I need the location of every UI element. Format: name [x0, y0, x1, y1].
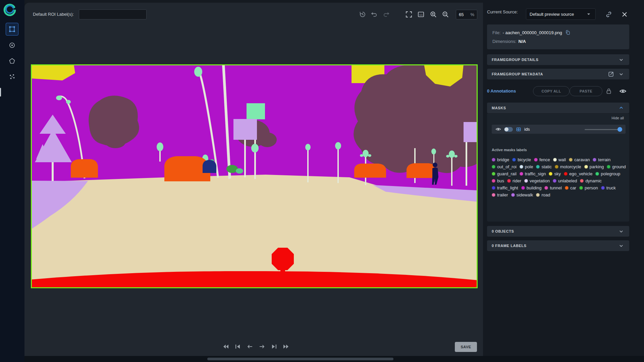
- toggle-knob: [504, 127, 508, 131]
- mask-label-chip[interactable]: vegetation: [524, 178, 550, 184]
- mask-label-chip[interactable]: ego_vehicle: [564, 171, 592, 177]
- link-button[interactable]: [605, 10, 613, 18]
- close-button[interactable]: [621, 10, 629, 18]
- mask-label-text: terrain: [598, 157, 610, 162]
- scatter-tool-button[interactable]: [6, 70, 18, 83]
- lock-annotations-button[interactable]: [605, 87, 613, 95]
- mask-layer-toggle[interactable]: [504, 127, 513, 132]
- mask-label-chip[interactable]: bicycle: [512, 157, 531, 163]
- fast-backward-icon: [222, 343, 230, 351]
- mask-label-chip[interactable]: motorcycle: [555, 164, 581, 170]
- bbox-tool-button[interactable]: [6, 23, 18, 36]
- skip-to-end-icon: [270, 343, 278, 351]
- arrow-left-icon: [246, 343, 254, 351]
- fast-backward-button[interactable]: [222, 343, 230, 351]
- mask-label-text: bus: [497, 178, 504, 183]
- mask-label-chip[interactable]: sky: [549, 171, 561, 177]
- frame-labels-section[interactable]: 0 FRAME LABELS: [487, 240, 629, 251]
- masks-section-header[interactable]: MASKS: [487, 103, 629, 113]
- mask-color-dot: [524, 179, 528, 183]
- toggle-annotations-visibility-button[interactable]: [619, 87, 627, 95]
- frame-labels-title: 0 FRAME LABELS: [492, 244, 527, 248]
- paste-button[interactable]: PASTE: [570, 86, 602, 96]
- mask-label-chip[interactable]: dynamic: [580, 178, 601, 184]
- mask-label-chip[interactable]: polegroup: [595, 171, 620, 177]
- mask-layer-visibility-button[interactable]: [495, 126, 501, 132]
- fit-screen-button[interactable]: [405, 10, 413, 18]
- undo-button[interactable]: [370, 10, 378, 18]
- mask-label-chip[interactable]: car: [565, 185, 576, 191]
- mask-label-chip[interactable]: caravan: [569, 157, 590, 163]
- zoom-level-input[interactable]: 65 %: [456, 10, 477, 19]
- source-dropdown-value: Default preview source: [530, 12, 574, 17]
- slider-knob[interactable]: [618, 127, 622, 132]
- mask-label-chip[interactable]: static: [536, 164, 551, 170]
- mask-label-chip[interactable]: unlabeled: [553, 178, 577, 184]
- polygon-tool-button[interactable]: [6, 55, 18, 67]
- mask-color-dot: [492, 165, 495, 169]
- history-button[interactable]: [359, 10, 367, 18]
- polygon-tool-icon: [8, 57, 16, 65]
- mask-label-chip[interactable]: guard_rail: [492, 171, 517, 177]
- mask-label-chip[interactable]: building: [521, 185, 542, 191]
- mask-label-text: parking: [590, 164, 604, 169]
- point-tool-icon: [8, 41, 16, 49]
- mask-color-dot: [492, 158, 495, 162]
- source-dropdown[interactable]: Default preview source: [526, 8, 596, 20]
- framegroup-metadata-section[interactable]: FRAMEGROUP METADATA: [487, 69, 629, 79]
- horizontal-scrollbar[interactable]: [207, 358, 393, 360]
- edit-icon[interactable]: [608, 71, 614, 77]
- redo-button[interactable]: [382, 10, 390, 18]
- left-toolbar: [0, 0, 24, 362]
- mask-label-chip[interactable]: rider: [507, 178, 521, 184]
- zoom-in-button[interactable]: [429, 10, 437, 18]
- skip-to-end-button[interactable]: [270, 343, 278, 351]
- mask-label-chip[interactable]: sidewalk: [511, 192, 533, 198]
- file-name: - aachen_000000_000019.png: [503, 30, 562, 35]
- annotation-canvas[interactable]: [31, 64, 478, 288]
- actual-size-icon: 1:1: [417, 10, 425, 18]
- mask-color-dot: [507, 179, 511, 183]
- svg-text:1:1: 1:1: [419, 14, 423, 16]
- point-tool-button[interactable]: [6, 39, 18, 52]
- objects-section[interactable]: 0 OBJECTS: [487, 226, 629, 237]
- mask-opacity-slider[interactable]: [585, 127, 622, 132]
- mask-label-chip[interactable]: truck: [601, 185, 616, 191]
- mask-label-text: person: [585, 185, 598, 190]
- mask-label-chip[interactable]: bus: [492, 178, 504, 184]
- framegroup-details-section[interactable]: FRAMEGROUP DETAILS: [487, 54, 629, 65]
- copy-all-button[interactable]: COPY ALL: [533, 86, 570, 96]
- next-frame-button[interactable]: [258, 343, 266, 351]
- fast-forward-button[interactable]: [282, 343, 290, 351]
- mask-label-chip[interactable]: traffic_sign: [520, 171, 546, 177]
- mask-label-chip[interactable]: traffic_light: [492, 185, 518, 191]
- mask-label-chip[interactable]: bridge: [492, 157, 509, 163]
- mask-color-dot: [584, 165, 588, 169]
- mask-label-chip[interactable]: ground: [607, 164, 626, 170]
- actual-size-button[interactable]: 1:1: [417, 10, 425, 18]
- mask-label-chip[interactable]: fence: [534, 157, 550, 163]
- previous-frame-button[interactable]: [246, 343, 254, 351]
- file-label: File:: [492, 30, 501, 35]
- mask-label-chip[interactable]: pole: [520, 164, 533, 170]
- skip-to-start-button[interactable]: [234, 343, 242, 351]
- mask-color-dot: [492, 186, 495, 190]
- save-button[interactable]: SAVE: [455, 342, 477, 352]
- mask-label-text: bridge: [497, 157, 509, 162]
- mask-label-chip[interactable]: parking: [584, 164, 604, 170]
- roi-input[interactable]: [79, 9, 147, 19]
- undo-icon: [370, 10, 378, 18]
- mask-label-chip[interactable]: road: [536, 192, 550, 198]
- mask-label-chip[interactable]: person: [579, 185, 598, 191]
- mask-label-text: unlabeled: [558, 178, 577, 183]
- mask-label-chip[interactable]: wall: [553, 157, 566, 163]
- mask-label-chip[interactable]: out_of_roi: [492, 164, 517, 170]
- mask-layer-row: ids: [492, 125, 626, 134]
- copy-filename-button[interactable]: [565, 29, 571, 36]
- zoom-out-button[interactable]: [441, 10, 449, 18]
- hide-all-button[interactable]: Hide all: [487, 116, 625, 120]
- mask-label-chip[interactable]: tunnel: [544, 185, 561, 191]
- mask-label-chip[interactable]: trailer: [492, 192, 508, 198]
- mask-label-chip[interactable]: terrain: [593, 157, 610, 163]
- active-masks-labels-title: Active masks labels: [492, 148, 527, 152]
